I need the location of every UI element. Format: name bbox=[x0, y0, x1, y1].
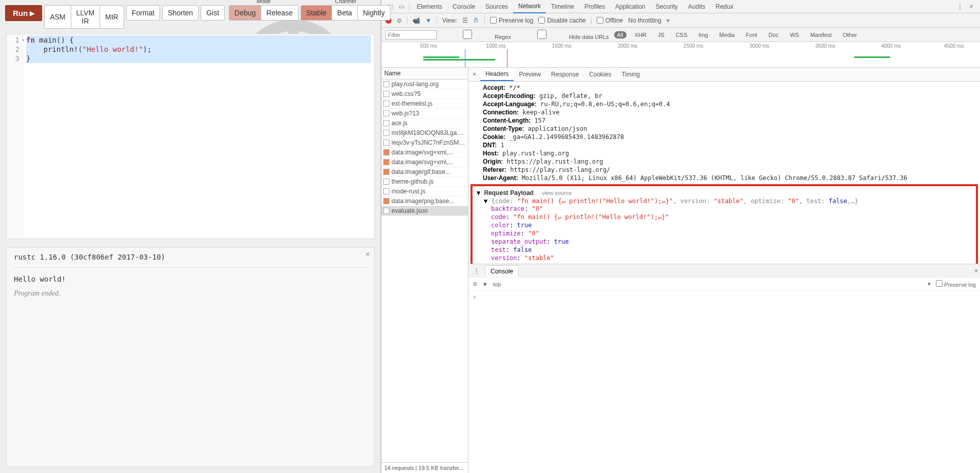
debug-button[interactable]: Debug bbox=[229, 5, 261, 21]
program-stdout: Hello world! bbox=[14, 275, 367, 283]
tab-application[interactable]: Application bbox=[610, 1, 651, 13]
filter-img[interactable]: Img bbox=[696, 31, 711, 38]
tab-console[interactable]: Console bbox=[447, 1, 480, 13]
format-button[interactable]: Format bbox=[126, 5, 160, 21]
file-icon bbox=[383, 179, 389, 185]
request-name: data:image/gif;base... bbox=[391, 168, 450, 175]
offline-check[interactable]: Offline bbox=[597, 17, 623, 24]
gist-button[interactable]: Gist bbox=[201, 5, 225, 21]
filter-media[interactable]: Media bbox=[716, 31, 738, 38]
file-icon bbox=[383, 208, 389, 214]
detail-tab-cookies[interactable]: Cookies bbox=[584, 68, 616, 81]
preserve-log-check[interactable]: Preserve log bbox=[490, 17, 533, 24]
code-editor[interactable]: 1 2 3 fn main() { println!("Hello world!… bbox=[6, 34, 375, 239]
request-row[interactable]: evaluate.json bbox=[381, 206, 468, 216]
request-name: mrl8jkM18OlOQN8JLgasD9V... bbox=[391, 129, 466, 136]
filter-xhr[interactable]: XHR bbox=[632, 31, 650, 38]
detail-close-icon[interactable]: × bbox=[468, 69, 480, 80]
filter-font[interactable]: Font bbox=[743, 31, 760, 38]
run-button[interactable]: Run ▶ bbox=[5, 5, 42, 21]
request-row[interactable]: data:image/gif;base... bbox=[381, 167, 468, 177]
clear-icon[interactable]: ⊘ bbox=[397, 17, 402, 24]
file-icon bbox=[383, 130, 389, 136]
request-row[interactable]: play.rust-lang.org bbox=[381, 80, 468, 89]
requests-summary: 14 requests | 19.5 KB transfer... bbox=[381, 462, 468, 473]
hide-urls-check[interactable]: Hide data URLs bbox=[516, 30, 609, 40]
request-row[interactable]: ext-themelist.js bbox=[381, 99, 468, 109]
detail-tab-timing[interactable]: Timing bbox=[616, 68, 645, 81]
devtools-close-icon[interactable]: × bbox=[966, 1, 977, 12]
request-row[interactable]: data:image/png;base... bbox=[381, 196, 468, 206]
view-detail-icon[interactable]: ⫚ bbox=[473, 17, 479, 24]
output-panel: × rustc 1.16.0 (30cf806ef 2017-03-10) He… bbox=[6, 247, 375, 467]
mir-button[interactable]: MIR bbox=[100, 5, 124, 29]
filter-all[interactable]: All bbox=[614, 31, 626, 38]
capture-icon[interactable]: 📹 bbox=[413, 17, 420, 24]
request-row[interactable]: mode-rust.js bbox=[381, 187, 468, 196]
filter-css[interactable]: CSS bbox=[673, 31, 691, 38]
request-row[interactable]: mrl8jkM18OlOQN8JLgasD9V... bbox=[381, 128, 468, 138]
console-context[interactable]: top bbox=[493, 281, 501, 287]
request-name: web.js?13 bbox=[391, 110, 419, 117]
shorten-button[interactable]: Shorten bbox=[162, 5, 199, 21]
request-name: web.css?5 bbox=[391, 90, 421, 97]
filter-manifest[interactable]: Manifest bbox=[807, 31, 835, 38]
request-name: ace.js bbox=[391, 120, 407, 127]
tab-timeline[interactable]: Timeline bbox=[546, 1, 579, 13]
disable-cache-check[interactable]: Disable cache bbox=[538, 17, 585, 24]
asm-button[interactable]: ASM bbox=[44, 5, 71, 29]
network-timeline[interactable]: 500 ms 1000 ms 1500 ms 2000 ms 2500 ms 3… bbox=[381, 42, 980, 68]
tab-redux[interactable]: Redux bbox=[710, 1, 738, 13]
file-icon bbox=[383, 149, 389, 155]
detail-tab-headers[interactable]: Headers bbox=[480, 68, 514, 81]
mode-label: Mode bbox=[229, 0, 299, 4]
detail-tab-response[interactable]: Response bbox=[546, 68, 584, 81]
console-preserve-check[interactable]: Preserve log bbox=[936, 280, 976, 288]
filter-icon[interactable]: ▼ bbox=[425, 17, 432, 24]
detail-tab-preview[interactable]: Preview bbox=[514, 68, 546, 81]
name-column-header[interactable]: Name bbox=[381, 68, 468, 80]
console-filter-icon[interactable]: ▼ bbox=[482, 281, 488, 287]
tab-security[interactable]: Security bbox=[651, 1, 683, 13]
request-row[interactable]: data:image/svg+xml,... bbox=[381, 148, 468, 157]
request-row[interactable]: web.css?5 bbox=[381, 89, 468, 99]
llvm-button[interactable]: LLVM IR bbox=[71, 5, 101, 29]
request-row[interactable]: data:image/svg+xml,... bbox=[381, 157, 468, 167]
beta-button[interactable]: Beta bbox=[331, 5, 358, 21]
request-row[interactable]: ace.js bbox=[381, 119, 468, 128]
channel-label: Channel bbox=[301, 0, 390, 4]
regex-check[interactable]: Regex bbox=[442, 30, 511, 40]
tab-audits[interactable]: Audits bbox=[683, 1, 710, 13]
device-icon[interactable]: ▭ bbox=[396, 1, 407, 12]
throttling-select[interactable]: No throttling bbox=[628, 17, 661, 24]
kebab-icon[interactable]: ⋮ bbox=[954, 1, 966, 12]
output-close-icon[interactable]: × bbox=[366, 250, 370, 258]
console-input[interactable]: › bbox=[468, 290, 980, 473]
nightly-button[interactable]: Nightly bbox=[357, 5, 390, 21]
stable-button[interactable]: Stable bbox=[301, 5, 332, 21]
tab-profiles[interactable]: Profiles bbox=[579, 1, 610, 13]
release-button[interactable]: Release bbox=[261, 5, 298, 21]
file-icon bbox=[383, 81, 389, 87]
tab-network[interactable]: Network bbox=[513, 0, 546, 13]
request-name: play.rust-lang.org bbox=[391, 81, 439, 88]
request-name: ext-themelist.js bbox=[391, 100, 433, 107]
console-kebab-icon[interactable]: ⋮ bbox=[468, 267, 485, 274]
console-clear-icon[interactable]: ⊘ bbox=[473, 281, 477, 287]
console-drawer-tab[interactable]: Console bbox=[485, 265, 519, 277]
view-list-icon[interactable]: ☰ bbox=[462, 17, 468, 24]
file-icon bbox=[383, 198, 389, 204]
console-close-icon[interactable]: × bbox=[974, 267, 978, 274]
tab-sources[interactable]: Sources bbox=[480, 1, 513, 13]
filter-doc[interactable]: Doc bbox=[766, 31, 782, 38]
request-row[interactable]: web.js?13 bbox=[381, 109, 468, 119]
filter-input[interactable] bbox=[385, 30, 437, 40]
request-row[interactable]: leqv3v-yTsJNC7nFznSMqUo0... bbox=[381, 138, 468, 148]
file-icon bbox=[383, 91, 389, 97]
tab-elements[interactable]: Elements bbox=[411, 1, 447, 13]
file-icon bbox=[383, 159, 389, 165]
request-row[interactable]: theme-github.js bbox=[381, 177, 468, 187]
filter-other[interactable]: Other bbox=[840, 31, 860, 38]
filter-js[interactable]: JS bbox=[655, 31, 668, 38]
filter-ws[interactable]: WS bbox=[787, 31, 802, 38]
